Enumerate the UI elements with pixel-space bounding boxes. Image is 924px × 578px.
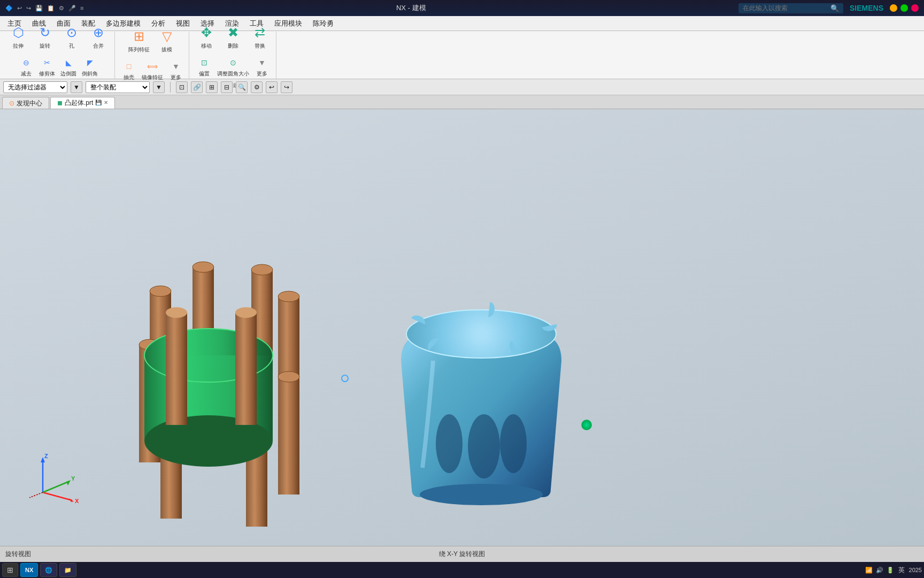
toolbar-row-6: ⊡ 偏置 ⊙ 调整圆角大小 ▼ 更多 (195, 54, 272, 79)
3d-canvas (0, 109, 924, 546)
menu-user[interactable]: 陈玲勇 (307, 16, 339, 31)
tool-shell[interactable]: □ 抽壳 (119, 58, 138, 82)
mic-btn[interactable]: 🎤 (68, 5, 76, 12)
snap-btn[interactable]: 🔗 (191, 81, 203, 93)
chamfer-label: 倒斜角 (82, 70, 98, 78)
filter-bar: 无选择过滤器 ▼ 整个装配 ▼ ⊡ 🔗 ⊞ ⊟ 🔍 ⚙ ↩ ↪ (0, 79, 924, 95)
tool-replace[interactable]: ⇄ 替换 (247, 21, 273, 52)
tool-more1[interactable]: ▼ 更多 (166, 58, 186, 82)
settings-label: 偏置 (199, 70, 210, 78)
search-icon[interactable]: 🔍 (830, 4, 839, 12)
taskbar-time: 2025 (909, 567, 922, 573)
tab-model[interactable]: ◼ 凸起体.prt 💾 ✕ (50, 97, 115, 109)
tool-modify[interactable]: ✂ 修剪体 (37, 54, 57, 79)
toolbar-array-group: ⊞ 阵列特征 ▽ 拔模 □ 抽壳 ⟺ 镜像特征 ▼ 更多 (116, 32, 189, 79)
menu-modules[interactable]: 应用模块 (269, 16, 307, 31)
tool-pull[interactable]: ⬡ 拉伸 (5, 21, 31, 52)
subtract-icon: ⊖ (19, 55, 34, 70)
tool-delete[interactable]: ✖ 删除 (220, 21, 246, 52)
more1-icon: ▼ (168, 59, 183, 74)
speaker-icon: 🔊 (876, 567, 883, 574)
filter-selector[interactable]: 无选择过滤器 (3, 81, 67, 93)
resize-label: 调整圆角大小 (217, 70, 249, 78)
tab-model-label: 凸起体.prt (65, 97, 93, 109)
quick-access2[interactable]: ↪ (26, 5, 31, 12)
quick-access4[interactable]: 📋 (47, 5, 55, 12)
selection-filter-btn[interactable]: ⊡ (176, 81, 188, 93)
assembly-arrow-btn[interactable]: ▼ (153, 81, 165, 93)
array-label: 阵列特征 (128, 46, 150, 54)
filter-opt1[interactable]: 🔍 (236, 81, 248, 93)
viewport-center-dot-left (341, 375, 349, 382)
pull-label: 拉伸 (13, 42, 24, 50)
svg-line-9 (29, 492, 43, 498)
tool-draft[interactable]: ▽ 拔模 (154, 25, 180, 56)
taskbar-files-btn[interactable]: 📁 (59, 563, 76, 577)
toolbar-row-2: ⊖ 减去 ✂ 修剪体 ◣ 边倒圆 ◤ 倒斜角 (17, 54, 100, 79)
tool-combine[interactable]: ⊕ 合并 (86, 21, 111, 52)
wifi-icon: 📶 (865, 567, 873, 574)
tab-close-btn[interactable]: ✕ (104, 97, 108, 109)
draft-label: 拔模 (161, 46, 172, 54)
tool-subtract[interactable]: ⊖ 减去 (17, 54, 36, 79)
hole-icon: ⊙ (62, 23, 81, 42)
tool-edge[interactable]: ◣ 边倒圆 (58, 54, 79, 79)
svg-line-6 (43, 482, 68, 492)
taskbar-start-btn[interactable]: ⊞ (2, 563, 18, 577)
quick-access3[interactable]: 💾 (35, 5, 43, 12)
select-all-btn[interactable]: ⊞ (206, 81, 218, 93)
tool-chamfer[interactable]: ◤ 倒斜角 (80, 54, 100, 79)
viewport[interactable]: Z X Y (0, 109, 924, 546)
toolbar-row-4: □ 抽壳 ⟺ 镜像特征 ▼ 更多 (119, 58, 186, 82)
model-icon: ◼ (57, 97, 63, 109)
filter-opt2[interactable]: ⚙ (251, 81, 263, 93)
search-input[interactable] (743, 4, 828, 12)
tab-save-icon: 💾 (95, 97, 102, 109)
tool-settings[interactable]: ⊡ 偏置 (195, 54, 214, 79)
tool-resize[interactable]: ⊙ 调整圆角大小 (215, 54, 251, 79)
tray-icons: 📶 🔊 🔋 (865, 567, 894, 574)
quick-access5[interactable]: ⚙ (59, 5, 64, 12)
taskbar-nx-btn[interactable]: NX (20, 563, 38, 577)
taskbar-browser-btn[interactable]: 🌐 (40, 563, 57, 577)
filter-arrow-btn[interactable]: ▼ (71, 81, 82, 93)
replace-icon: ⇄ (250, 23, 270, 42)
status-bar: 旋转视图 绕 X-Y 旋转视图 (0, 546, 924, 562)
tool-hole[interactable]: ⊙ 孔 (59, 21, 84, 52)
status-left: 旋转视图 (5, 550, 31, 559)
quick-access[interactable]: ↩ (17, 5, 22, 12)
tool-rotate[interactable]: ↻ 旋转 (32, 21, 58, 52)
title-bar: 🔷 ↩ ↪ 💾 📋 ⚙ 🎤 ≡ NX - 建模 🔍 SIEMENS (0, 0, 924, 16)
delete-label: 删除 (228, 42, 238, 50)
modify-label: 修剪体 (39, 70, 55, 78)
tool-more2[interactable]: ▼ 更多 (252, 54, 272, 79)
viewport-center-dot-right (581, 420, 592, 430)
edge-label: 边倒圆 (60, 70, 76, 78)
invert-btn[interactable]: ⊟ (221, 81, 233, 93)
mirror-icon: ⟺ (145, 59, 160, 74)
tab-discovery[interactable]: ⊙ 发现中心 (2, 97, 49, 109)
more1-label: 更多 (171, 74, 181, 81)
toolbar: ⬡ 拉伸 ↻ 旋转 ⊙ 孔 ⊕ 合并 ⊖ 减去 ✂ 修剪体 (0, 31, 924, 79)
mirror-label: 镜像特征 (142, 74, 163, 81)
svg-marker-7 (66, 480, 71, 485)
toolbar-row-5: ✥ 移动 ✖ 删除 ⇄ 替换 (194, 21, 273, 52)
tool-move[interactable]: ✥ 移动 (194, 21, 219, 52)
tool-array[interactable]: ⊞ 阵列特征 (125, 25, 153, 56)
tool-mirror[interactable]: ⟺ 镜像特征 (140, 58, 165, 82)
filter-opt4[interactable]: ↪ (281, 81, 292, 93)
battery-icon: 🔋 (887, 567, 894, 574)
assembly-selector[interactable]: 整个装配 (86, 81, 150, 93)
maximize-btn[interactable] (900, 4, 908, 12)
close-btn[interactable] (911, 4, 919, 12)
app-logo: 🔷 (5, 5, 13, 12)
subtract-label: 减去 (21, 70, 32, 78)
svg-text:X: X (75, 498, 79, 503)
browser-icon: 🌐 (45, 567, 52, 574)
filter-opt3[interactable]: ↩ (266, 81, 278, 93)
tab-bar: ⊙ 发现中心 ◼ 凸起体.prt 💾 ✕ (0, 95, 924, 109)
minimize-btn[interactable] (890, 4, 897, 12)
replace-label: 替换 (255, 42, 265, 50)
discovery-icon: ⊙ (9, 97, 14, 109)
shell-label: 抽壳 (124, 74, 134, 81)
